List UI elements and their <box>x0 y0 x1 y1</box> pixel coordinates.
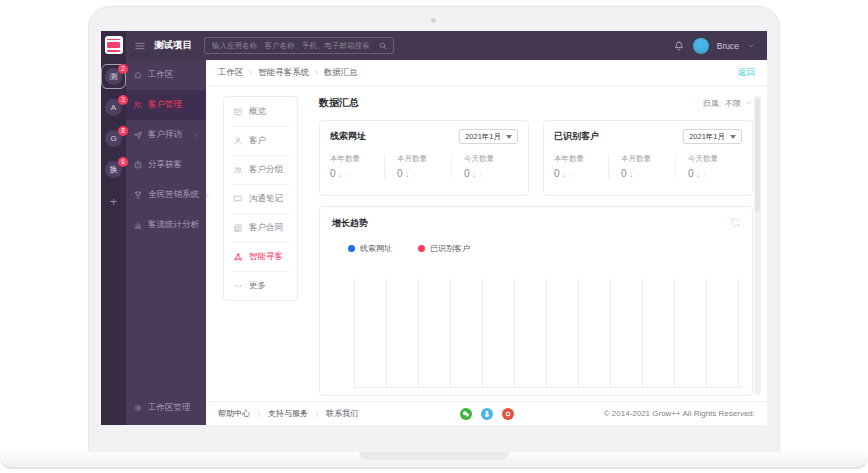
app-title: 测试项目 <box>154 39 192 52</box>
sidebar-item-workspace-admin[interactable]: 工作区管理 <box>126 393 206 423</box>
notification-badge: 6 <box>118 157 128 167</box>
search-icon[interactable] <box>378 41 388 51</box>
stat-card: 线索网址2021年1月本年数量0↓↑本月数量0↓↑今天数量0↓↑ <box>319 120 529 196</box>
module-nav-item[interactable]: 沟通笔记 <box>224 184 297 213</box>
app-logo-icon <box>105 36 123 54</box>
scrollbar[interactable] <box>754 96 761 395</box>
period-value: 2021年1月 <box>465 132 501 142</box>
breadcrumb-item[interactable]: 工作区 <box>218 67 244 79</box>
wechat-icon[interactable] <box>460 408 472 420</box>
stat-number: 0 <box>621 168 627 179</box>
content: 概览客户客户分组沟通笔记客户合同智能寻客更多 数据汇总 归属: 不限 线索网址2… <box>206 86 767 401</box>
sidebar-item[interactable]: 客户管理 <box>126 90 206 120</box>
sidebar-item[interactable]: 分享获客 <box>126 150 206 180</box>
footer-link[interactable]: 联系我们 <box>326 408 358 419</box>
stat-card: 已识别客户2021年1月本年数量0↓↑本月数量0↓↑今天数量0↓↑ <box>543 120 753 196</box>
module-nav-label: 客户合同 <box>249 222 283 234</box>
sidebar-item-label: 客户拜访 <box>148 129 182 141</box>
stat-card-title: 已识别客户 <box>554 130 599 143</box>
user-avatar[interactable] <box>693 38 709 54</box>
arrow-down-icon: ↓ <box>697 171 701 178</box>
weibo-icon[interactable] <box>502 408 514 420</box>
stat: 本年数量0↓↑ <box>554 154 608 179</box>
module-nav-item[interactable]: 概览 <box>224 97 297 126</box>
chart-title: 增长趋势 <box>332 217 740 230</box>
module-nav-item[interactable]: 客户合同 <box>224 213 297 242</box>
arrow-down-icon: ↓ <box>563 171 567 178</box>
chevron-down-icon <box>745 99 753 107</box>
period-select[interactable]: 2021年1月 <box>459 129 518 144</box>
footer-link[interactable]: 帮助中心 <box>218 408 250 419</box>
stat-value: 0↓↑ <box>464 168 518 179</box>
workspace-avatar[interactable]: 测2 <box>105 68 122 85</box>
hamburger-menu-icon[interactable] <box>134 40 146 52</box>
legend-item[interactable]: 已识别客户 <box>418 243 470 254</box>
module-nav-label: 客户 <box>249 135 266 147</box>
workspace-initial: A <box>111 103 116 112</box>
workspace-initial: 测 <box>110 71 118 82</box>
laptop-notch <box>359 452 509 460</box>
workspace-avatar[interactable]: 换6 <box>105 161 122 178</box>
panel-head: 数据汇总 归属: 不限 <box>319 86 753 120</box>
module-nav-item[interactable]: 智能寻客 <box>224 242 297 271</box>
chart-plot-area <box>354 279 742 388</box>
sidebar-item[interactable]: 工作区 <box>126 60 206 90</box>
copyright: © 2014-2021 Grow++ All Rights Reserved. <box>604 409 755 418</box>
footer-link-separator: | <box>258 409 260 418</box>
stat: 本月数量0↓↑ <box>384 154 451 179</box>
stat-cards: 线索网址2021年1月本年数量0↓↑本月数量0↓↑今天数量0↓↑已识别客户202… <box>319 120 753 196</box>
workspace-rail: 测2A3G8换6 + <box>101 31 126 425</box>
more-icon <box>233 281 243 291</box>
caret-down-icon <box>730 135 736 139</box>
breadcrumb-item[interactable]: 智能寻客系统 <box>258 67 309 79</box>
person-icon <box>233 136 243 146</box>
stat-card-head: 线索网址2021年1月 <box>330 129 518 144</box>
refresh-icon[interactable] <box>729 216 742 229</box>
stat-value: 0↓↑ <box>330 168 384 179</box>
legend-dot <box>418 245 425 252</box>
add-workspace-button[interactable]: + <box>110 194 118 209</box>
sidebar-item[interactable]: 客流统计分析 <box>126 210 206 240</box>
chevron-right-icon <box>204 192 211 199</box>
arrow-down-icon: ↓ <box>406 171 410 178</box>
stat-value: 0↓↑ <box>554 168 608 179</box>
chevron-down-icon[interactable] <box>747 42 755 50</box>
breadcrumb-separator: › <box>315 68 318 77</box>
scrollbar-thumb[interactable] <box>755 98 760 212</box>
filter-value: 不限 <box>725 98 741 109</box>
legend-dot <box>348 245 355 252</box>
footer-social <box>460 408 514 420</box>
module-nav-item[interactable]: 客户 <box>224 126 297 155</box>
module-nav: 概览客户客户分组沟通笔记客户合同智能寻客更多 <box>223 96 298 301</box>
footer-link[interactable]: 支持与服务 <box>268 408 308 419</box>
stat-card-head: 已识别客户2021年1月 <box>554 129 742 144</box>
legend-item[interactable]: 线索网址 <box>348 243 392 254</box>
sidebar-item[interactable]: 全民营销系统 <box>126 180 206 210</box>
workspace-avatar[interactable]: G8 <box>105 130 122 147</box>
arrow-up-icon: ↑ <box>703 171 707 178</box>
stat: 今天数量0↓↑ <box>451 154 518 179</box>
module-nav-item[interactable]: 更多 <box>224 271 297 300</box>
notifications-bell-icon[interactable] <box>673 40 685 52</box>
period-select[interactable]: 2021年1月 <box>683 129 742 144</box>
users-icon <box>133 100 143 110</box>
arrow-down-icon: ↓ <box>630 171 634 178</box>
stat-label: 本月数量 <box>621 154 675 164</box>
laptop-camera <box>431 18 436 23</box>
workspace-avatar[interactable]: A3 <box>105 99 122 116</box>
qq-icon[interactable] <box>481 408 493 420</box>
bar-chart-icon <box>133 220 143 230</box>
user-name[interactable]: Bruce <box>717 41 739 51</box>
sidebar-item[interactable]: 客户拜访 <box>126 120 206 150</box>
back-link[interactable]: 返回 <box>738 67 755 79</box>
global-search <box>204 37 394 54</box>
breadcrumb-item[interactable]: 数据汇总 <box>324 67 358 79</box>
sidebar-item-label: 全民营销系统 <box>148 189 199 201</box>
sidebar-item-label: 客流统计分析 <box>148 219 199 231</box>
owner-filter[interactable]: 归属: 不限 <box>703 98 753 109</box>
sidebar-item-label: 工作区管理 <box>148 402 191 414</box>
sidebar-item-label: 客户管理 <box>148 99 182 111</box>
module-nav-item[interactable]: 客户分组 <box>224 155 297 184</box>
search-input[interactable] <box>210 40 378 51</box>
sidebar-item-label: 分享获客 <box>148 159 182 171</box>
